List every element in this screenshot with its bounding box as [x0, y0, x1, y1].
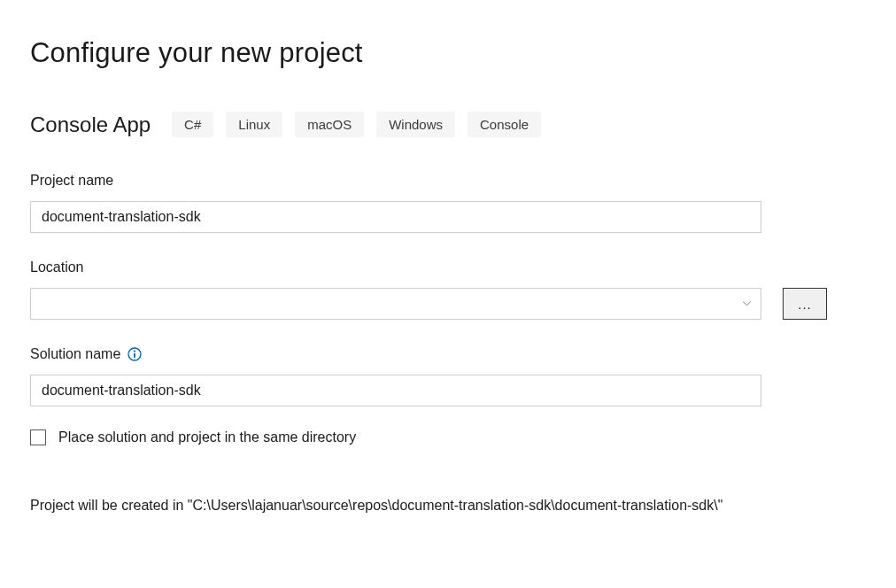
solution-name-section: Solution name — [30, 346, 866, 406]
project-name-input[interactable] — [30, 201, 761, 233]
same-directory-row: Place solution and project in the same d… — [30, 429, 866, 445]
location-label: Location — [30, 259, 866, 275]
svg-rect-2 — [134, 353, 135, 358]
project-name-section: Project name — [30, 173, 866, 233]
solution-name-input[interactable] — [30, 375, 761, 406]
tag-macos: macOS — [295, 112, 364, 137]
location-section: Location ... — [30, 259, 866, 320]
browse-button[interactable]: ... — [783, 288, 827, 320]
page-title: Configure your new project — [30, 37, 866, 69]
path-preview: Project will be created in "C:\Users\laj… — [30, 495, 800, 517]
tag-console: Console — [467, 112, 541, 137]
solution-name-label-row: Solution name — [30, 346, 866, 362]
tag-windows: Windows — [376, 112, 455, 137]
project-name-label: Project name — [30, 173, 866, 189]
location-input[interactable] — [30, 288, 761, 320]
solution-name-label: Solution name — [30, 346, 120, 362]
tag-linux: Linux — [226, 112, 282, 137]
template-row: Console App C# Linux macOS Windows Conso… — [30, 112, 866, 137]
same-directory-label: Place solution and project in the same d… — [58, 429, 356, 445]
svg-point-1 — [134, 351, 135, 352]
template-name: Console App — [30, 112, 151, 137]
same-directory-checkbox[interactable] — [30, 429, 46, 445]
info-icon[interactable] — [127, 347, 142, 361]
tag-csharp: C# — [172, 112, 213, 137]
